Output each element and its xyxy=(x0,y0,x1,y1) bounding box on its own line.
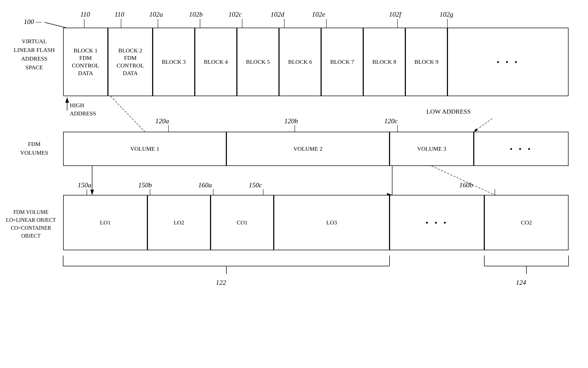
cell-block3-label: BLOCK 3 xyxy=(162,58,186,66)
cell-block1-label: BLOCK 1FDMCONTROLDATA xyxy=(72,47,99,77)
label-160b: 160b xyxy=(459,181,473,189)
cell-lo1: LO1 xyxy=(63,195,147,250)
side-label-row3: FDM VOLUMELO=LINEAR OBJECTCO=CONTAINER O… xyxy=(1,208,61,240)
cell-volume2: VOLUME 2 xyxy=(226,132,390,166)
cell-volume3: VOLUME 3 xyxy=(390,132,474,166)
cell-volume2-label: VOLUME 2 xyxy=(293,145,323,153)
cell-lo2: LO2 xyxy=(147,195,211,250)
cell-block7-label: BLOCK 7 xyxy=(330,58,354,66)
side-label-row2: FDMVOLUMES xyxy=(8,140,61,157)
label-102a: 102a xyxy=(149,11,163,18)
cell-volume1-label: VOLUME 1 xyxy=(130,145,160,153)
cell-block8-label: BLOCK 8 xyxy=(372,58,396,66)
label-150c: 150c xyxy=(249,181,262,189)
label-102e: 102e xyxy=(312,11,325,18)
label-110a: 110 xyxy=(80,11,90,18)
label-120b: 120b xyxy=(284,117,298,125)
svg-line-0 xyxy=(45,22,66,28)
label-150a: 150a xyxy=(78,181,91,189)
low-address-label: LOW ADDRESS xyxy=(426,108,471,115)
svg-line-11 xyxy=(111,96,145,132)
label-102g: 102g xyxy=(440,11,453,18)
cell-dots3: • • • xyxy=(390,195,484,250)
cell-block8: BLOCK 8 xyxy=(363,28,405,96)
cell-lo3-label: LO3 xyxy=(326,219,337,227)
side-label-row1: VIRTUALLINEAR FLASHADDRESSSPACE xyxy=(8,37,61,72)
cell-block2-label: BLOCK 2FDMCONTROLDATA xyxy=(117,47,144,77)
high-address-label: HIGHADDRESS xyxy=(70,101,96,118)
cell-block6-label: BLOCK 6 xyxy=(288,58,312,66)
label-102d: 102d xyxy=(271,11,284,18)
cell-block4-label: BLOCK 4 xyxy=(204,58,228,66)
label-102c: 102c xyxy=(228,11,242,18)
label-102f: 102f xyxy=(389,11,401,18)
label-160a: 160a xyxy=(198,181,212,189)
cell-dots2: • • • xyxy=(474,132,569,166)
cell-lo1-label: LO1 xyxy=(100,219,111,227)
brace-label-124: 124 xyxy=(516,279,526,287)
cell-block3: BLOCK 3 xyxy=(153,28,195,96)
brace-label-122: 122 xyxy=(216,279,226,287)
cell-volume3-label: VOLUME 3 xyxy=(417,145,446,153)
svg-line-12 xyxy=(474,119,492,132)
cell-block5-label: BLOCK 5 xyxy=(246,58,270,66)
label-110b: 110 xyxy=(114,11,124,18)
cell-block9: BLOCK 9 xyxy=(405,28,447,96)
cell-dots1: • • • xyxy=(447,28,569,96)
cell-co1-label: CO1 xyxy=(237,219,248,227)
cell-block7: BLOCK 7 xyxy=(321,28,363,96)
cell-block2: BLOCK 2FDMCONTROLDATA xyxy=(108,28,153,96)
cell-co2-label: CO2 xyxy=(521,219,532,227)
diagram-ref: 100 — xyxy=(24,18,42,26)
label-102b: 102b xyxy=(189,11,203,18)
cell-co1: CO1 xyxy=(211,195,274,250)
cell-dots2-label: • • • xyxy=(510,144,533,154)
label-120a: 120a xyxy=(155,117,169,125)
cell-dots1-label: • • • xyxy=(497,57,520,67)
cell-block6: BLOCK 6 xyxy=(279,28,321,96)
cell-block1: BLOCK 1FDMCONTROLDATA xyxy=(63,28,108,96)
cell-co2: CO2 xyxy=(484,195,569,250)
svg-line-15 xyxy=(432,166,495,195)
cell-block4: BLOCK 4 xyxy=(195,28,237,96)
cell-lo3: LO3 xyxy=(274,195,390,250)
label-120c: 120c xyxy=(384,117,398,125)
cell-lo2-label: LO2 xyxy=(174,219,184,227)
cell-block9-label: BLOCK 9 xyxy=(414,58,438,66)
label-150b: 150b xyxy=(138,181,152,189)
cell-block5: BLOCK 5 xyxy=(237,28,279,96)
cell-dots3-label: • • • xyxy=(426,218,449,228)
cell-volume1: VOLUME 1 xyxy=(63,132,226,166)
